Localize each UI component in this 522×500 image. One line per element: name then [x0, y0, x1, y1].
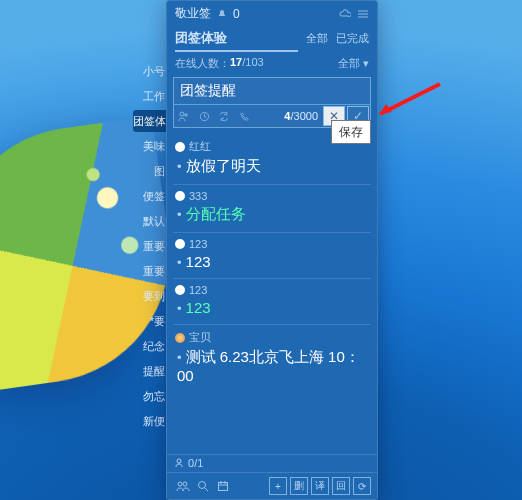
tabs-row: 团签体验 全部 已完成 — [167, 26, 377, 54]
note-author: 123 — [175, 284, 369, 296]
side-tab[interactable]: 重要 — [133, 235, 168, 257]
svg-point-4 — [183, 482, 187, 486]
side-tab[interactable]: 新便 — [133, 410, 168, 432]
note-author: 333 — [175, 190, 369, 202]
menu-icon[interactable] — [357, 9, 369, 19]
app-panel: 敬业签 0 团签体验 全部 已完成 在线人数： 17 /103 全部 ▾ 团签提… — [166, 0, 378, 500]
lock-icon: • — [177, 207, 182, 222]
side-tab[interactable]: 便签 — [133, 185, 168, 207]
svg-rect-6 — [219, 483, 228, 491]
note-author: 宝贝 — [175, 330, 369, 345]
note-text: •分配任务 — [175, 205, 369, 224]
side-tab[interactable]: 纪念 — [133, 335, 168, 357]
side-tab[interactable]: 要到 — [133, 285, 168, 307]
author-name: 123 — [189, 284, 207, 296]
b3[interactable]: 回 — [332, 477, 350, 495]
app-title: 敬业签 — [175, 5, 211, 22]
side-tab[interactable]: 美味 — [133, 135, 168, 157]
online-total: /103 — [242, 56, 263, 71]
side-tab[interactable]: 团签体验 — [133, 110, 168, 132]
assign-summary: 0/1 — [167, 454, 377, 472]
note-text: •123 — [175, 253, 369, 270]
side-tab[interactable]: 勿忘 — [133, 385, 168, 407]
note-item[interactable]: 123•123 — [173, 232, 371, 278]
counter-total: /3000 — [290, 110, 318, 122]
avatar-icon — [175, 333, 185, 343]
add-button[interactable]: + — [269, 477, 287, 495]
note-item[interactable]: 123•123 — [173, 278, 371, 324]
lock-icon: • — [177, 350, 182, 365]
note-item[interactable]: 宝贝•测试 6.23北京飞上海 10：00 — [173, 324, 371, 392]
bell-icon — [217, 9, 227, 19]
team-name[interactable]: 团签体验 — [175, 29, 298, 52]
side-tab[interactable]: 工作 — [133, 85, 168, 107]
note-text: •测试 6.23北京飞上海 10：00 — [175, 348, 369, 384]
author-name: 333 — [189, 190, 207, 202]
author-name: 红红 — [189, 139, 211, 154]
filter-done[interactable]: 已完成 — [336, 31, 369, 50]
side-tabs: 小号工作团签体验美味图便签默认重要重要要到*要纪念提醒勿忘新便 — [133, 60, 168, 435]
side-tab[interactable]: 提醒 — [133, 360, 168, 382]
cloud-icon[interactable] — [339, 9, 351, 19]
online-label: 在线人数： — [175, 56, 230, 71]
note-text: •放假了明天 — [175, 157, 369, 176]
filter-dropdown[interactable]: 全部 ▾ — [338, 56, 369, 71]
b1[interactable]: 删 — [290, 477, 308, 495]
svg-point-5 — [199, 482, 206, 489]
svg-point-0 — [180, 112, 184, 116]
note-text: •123 — [175, 299, 369, 316]
filter-all[interactable]: 全部 — [306, 31, 328, 50]
lock-icon: • — [177, 255, 182, 270]
title-bar: 敬业签 0 — [167, 1, 377, 26]
phone-icon[interactable] — [234, 105, 254, 127]
online-row: 在线人数： 17 /103 全部 ▾ — [167, 54, 377, 75]
side-tab[interactable]: 默认 — [133, 210, 168, 232]
save-tooltip: 保存 — [331, 120, 371, 144]
assign-icon[interactable] — [174, 105, 194, 127]
avatar-icon — [175, 191, 185, 201]
side-tab[interactable]: 小号 — [133, 60, 168, 82]
clock-icon[interactable] — [194, 105, 214, 127]
online-current: 17 — [230, 56, 242, 71]
note-item[interactable]: 333•分配任务 — [173, 184, 371, 232]
lock-icon: • — [177, 301, 182, 316]
b4[interactable]: ⟳ — [353, 477, 371, 495]
lock-icon: • — [177, 159, 182, 174]
avatar-icon — [175, 142, 185, 152]
char-counter: 4/3000 — [284, 110, 322, 122]
members-icon[interactable] — [173, 480, 193, 492]
search-icon[interactable] — [193, 480, 213, 492]
svg-point-2 — [177, 459, 181, 463]
avatar-icon — [175, 285, 185, 295]
b2[interactable]: 译 — [311, 477, 329, 495]
author-name: 123 — [189, 238, 207, 250]
repeat-icon[interactable] — [214, 105, 234, 127]
side-tab[interactable]: *要 — [133, 310, 168, 332]
notes-list: 红红•放假了明天333•分配任务123•123123•123宝贝•测试 6.23… — [173, 134, 371, 454]
calendar-icon[interactable] — [213, 480, 233, 492]
note-author: 123 — [175, 238, 369, 250]
avatar-icon — [175, 239, 185, 249]
compose-input[interactable]: 团签提醒 — [174, 78, 370, 104]
author-name: 宝贝 — [189, 330, 211, 345]
svg-point-3 — [178, 482, 182, 486]
side-tab[interactable]: 图 — [133, 160, 168, 182]
assign-count: 0/1 — [188, 457, 203, 469]
bottom-bar: + 删 译 回 ⟳ — [167, 472, 377, 499]
notif-count: 0 — [233, 7, 240, 21]
side-tab[interactable]: 重要 — [133, 260, 168, 282]
